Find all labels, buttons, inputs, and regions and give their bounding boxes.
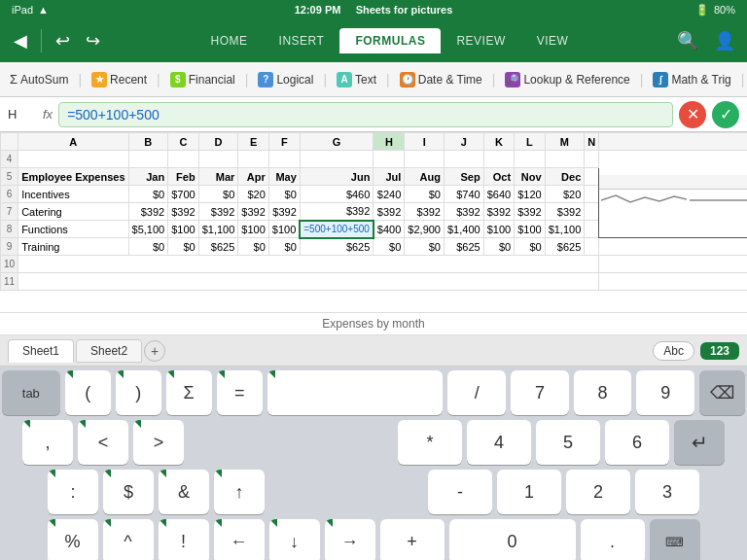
- tab-review[interactable]: REVIEW: [441, 28, 520, 53]
- search-button[interactable]: 🔍: [673, 26, 702, 55]
- tab-key[interactable]: tab: [2, 370, 60, 415]
- sheet-table: A B C D E F G H I J K L M N O: [0, 132, 747, 291]
- datetime-button[interactable]: 🕐 Date & Time: [396, 70, 486, 89]
- sheet-tab-2[interactable]: Sheet2: [76, 339, 142, 363]
- num-mode-button[interactable]: 123: [700, 342, 739, 360]
- greater-than-key[interactable]: >: [133, 420, 184, 465]
- col-header-n: N: [585, 133, 599, 151]
- backspace-key[interactable]: ⌫: [699, 370, 745, 415]
- trend-chart-2: [690, 192, 747, 209]
- window-title: Sheets for pictures: [356, 4, 453, 16]
- key-minus[interactable]: -: [428, 470, 492, 514]
- sheet-tab-1[interactable]: Sheet1: [8, 339, 74, 363]
- cell-reference: H: [8, 107, 37, 122]
- col-header-l: L: [515, 133, 545, 151]
- percent-key[interactable]: %: [48, 519, 98, 560]
- sheet-tabs: Sheet1 Sheet2 + Abc 123: [0, 335, 747, 367]
- equals-key[interactable]: =: [217, 370, 263, 415]
- financial-button[interactable]: $ Financial: [166, 70, 239, 89]
- caret-key[interactable]: ^: [103, 519, 154, 560]
- abc-mode-button[interactable]: Abc: [653, 341, 694, 361]
- key-asterisk[interactable]: *: [398, 420, 462, 465]
- enter-key[interactable]: ↵: [674, 420, 725, 465]
- col-header-d: D: [198, 133, 238, 151]
- col-header-o: O: [599, 133, 747, 151]
- open-paren-key[interactable]: (: [65, 370, 111, 415]
- up-arrow-key[interactable]: ↑: [214, 470, 265, 514]
- keyboard-row-2: , < > * 4 5 6 ↵: [2, 420, 745, 465]
- col-header-f: F: [268, 133, 300, 151]
- autosum-button[interactable]: Σ AutoSum: [6, 70, 72, 88]
- keyboard: tab ( ) Σ = / 7 8 9 ⌫ , < > * 4 5 6 ↵ : …: [0, 367, 747, 560]
- row-num: 4: [1, 151, 18, 168]
- account-button[interactable]: 👤: [710, 26, 739, 55]
- right-arrow-key[interactable]: →: [325, 519, 375, 560]
- formula-cancel-button[interactable]: ✕: [679, 101, 706, 128]
- recent-button[interactable]: ★ Recent: [88, 70, 151, 89]
- key-dot[interactable]: .: [581, 519, 645, 560]
- ampersand-key[interactable]: &: [159, 470, 209, 514]
- lookup-button[interactable]: 🔎 Lookup & Reference: [501, 70, 633, 89]
- formula-confirm-button[interactable]: ✓: [712, 101, 739, 128]
- back-button[interactable]: ◀: [8, 26, 33, 55]
- sigma-key[interactable]: Σ: [166, 370, 212, 415]
- trend-chart-1: [601, 192, 687, 209]
- key-0[interactable]: 0: [449, 519, 576, 560]
- undo-button[interactable]: ↩: [50, 26, 76, 55]
- wifi-icon: ▲: [38, 4, 49, 16]
- slash-key[interactable]: [267, 370, 444, 415]
- key-5[interactable]: 5: [536, 420, 600, 465]
- col-header-m: M: [545, 133, 585, 151]
- key-plus[interactable]: +: [380, 519, 445, 560]
- key-slash[interactable]: /: [447, 370, 506, 415]
- battery-label: 80%: [714, 4, 735, 16]
- mathtrig-button[interactable]: ∫ Math & Trig: [649, 70, 734, 89]
- key-9[interactable]: 9: [636, 370, 694, 415]
- text-icon: A: [337, 72, 352, 88]
- left-arrow-key[interactable]: ←: [214, 519, 265, 560]
- formula-input[interactable]: [58, 102, 673, 127]
- fx-label: fx: [43, 107, 53, 122]
- tab-insert[interactable]: INSERT: [264, 28, 340, 53]
- down-arrow-key[interactable]: ↓: [269, 519, 320, 560]
- keyboard-row-3: : $ & ↑ - 1 2 3: [2, 470, 745, 514]
- colon-key[interactable]: :: [48, 470, 98, 514]
- keyboard-hide-key[interactable]: ⌨: [650, 519, 700, 560]
- recent-icon: ★: [91, 72, 107, 88]
- row-num: 5: [1, 168, 18, 186]
- chart-label: Expenses by month: [0, 312, 747, 335]
- key-3[interactable]: 3: [635, 470, 699, 514]
- key-4[interactable]: 4: [467, 420, 531, 465]
- key-6[interactable]: 6: [605, 420, 669, 465]
- exclaim-key[interactable]: !: [159, 519, 209, 560]
- table-row: 4 Trends: [1, 151, 748, 168]
- key-1[interactable]: 1: [497, 470, 561, 514]
- key-7[interactable]: 7: [511, 370, 569, 415]
- toolbar: ◀ ↩ ↪ HOME INSERT FORMULAS REVIEW VIEW 🔍…: [0, 19, 747, 62]
- tab-formulas[interactable]: FORMULAS: [339, 28, 441, 53]
- table-row: 11: [1, 273, 748, 291]
- toolbar-divider: [41, 29, 42, 52]
- tab-home[interactable]: HOME: [196, 28, 264, 53]
- col-header-i: I: [405, 133, 445, 151]
- text-button[interactable]: A Text: [333, 70, 380, 89]
- mathtrig-icon: ∫: [653, 72, 668, 88]
- key-2[interactable]: 2: [566, 470, 630, 514]
- less-than-key[interactable]: <: [78, 420, 128, 465]
- col-header-e: E: [238, 133, 268, 151]
- formula-bar: H fx ✕ ✓: [0, 97, 747, 132]
- add-sheet-button[interactable]: +: [144, 340, 165, 362]
- dollar-key[interactable]: $: [103, 470, 154, 514]
- close-paren-key[interactable]: ): [116, 370, 161, 415]
- redo-button[interactable]: ↪: [80, 26, 106, 55]
- key-8[interactable]: 8: [574, 370, 632, 415]
- keyboard-row-4: % ^ ! ← ↓ → + 0 . ⌨: [2, 519, 745, 560]
- status-bar: iPad ▲ 12:09 PM Sheets for pictures 🔋 80…: [0, 0, 747, 19]
- datetime-icon: 🕐: [400, 72, 415, 88]
- logical-icon: ?: [258, 72, 273, 88]
- logical-button[interactable]: ? Logical: [254, 70, 317, 89]
- col-header-g: G: [300, 133, 374, 151]
- comma-key[interactable]: ,: [22, 420, 73, 465]
- trends-chart-cell: Trends: [599, 151, 747, 238]
- tab-view[interactable]: VIEW: [521, 28, 585, 53]
